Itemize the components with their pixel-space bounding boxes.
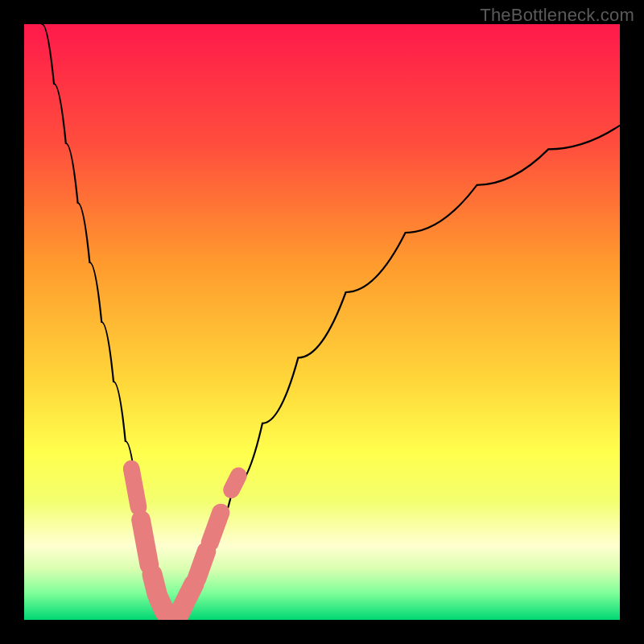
marker-layer — [131, 469, 238, 620]
curve-layer — [24, 24, 620, 620]
right-curve — [173, 126, 620, 620]
watermark-text: TheBottleneck.com — [480, 5, 634, 26]
plot-area — [24, 24, 620, 620]
right-markers — [197, 551, 207, 578]
right-markers — [210, 513, 221, 543]
left-curve — [42, 24, 173, 620]
right-markers — [232, 476, 239, 490]
left-markers — [141, 520, 149, 565]
chart-frame: TheBottleneck.com — [0, 0, 644, 644]
left-markers — [131, 469, 138, 507]
